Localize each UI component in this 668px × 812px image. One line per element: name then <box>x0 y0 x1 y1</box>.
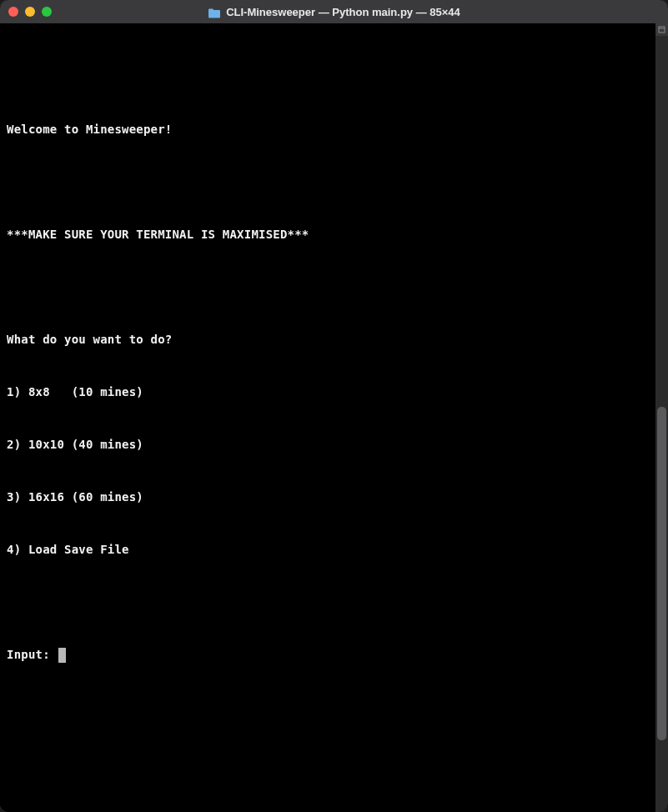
terminal-line: What do you want to do? <box>7 331 649 348</box>
input-prompt-label: Input: <box>7 646 57 664</box>
terminal-line: 2) 10x10 (40 mines) <box>7 436 649 454</box>
terminal-content[interactable]: Welcome to Minesweeper! ***MAKE SURE YOU… <box>0 23 655 812</box>
window-title: CLI-Minesweeper — Python main.py — 85×44 <box>226 6 460 18</box>
terminal-window: CLI-Minesweeper — Python main.py — 85×44… <box>0 0 668 812</box>
close-button[interactable] <box>8 7 18 17</box>
svg-rect-0 <box>659 27 665 33</box>
terminal-line: 1) 8x8 (10 mines) <box>7 383 649 401</box>
terminal-line <box>7 68 649 86</box>
folder-icon <box>208 7 221 17</box>
traffic-lights <box>8 7 52 17</box>
title-wrap: CLI-Minesweeper — Python main.py — 85×44 <box>0 6 668 18</box>
terminal-line: 3) 16x16 (60 mines) <box>7 489 649 506</box>
input-prompt-line[interactable]: Input: <box>7 646 649 664</box>
terminal-line: Welcome to Minesweeper! <box>7 121 649 138</box>
terminal-line: 4) Load Save File <box>7 541 649 559</box>
scrollbar-thumb[interactable] <box>657 407 666 740</box>
terminal-body: Welcome to Minesweeper! ***MAKE SURE YOU… <box>0 23 668 812</box>
scrollbar-top-button[interactable] <box>655 23 668 36</box>
terminal-line <box>7 173 649 191</box>
terminal-line <box>7 594 649 611</box>
cursor <box>58 648 66 663</box>
minimize-button[interactable] <box>25 7 35 17</box>
scrollbar-track[interactable] <box>655 23 668 812</box>
terminal-line: ***MAKE SURE YOUR TERMINAL IS MAXIMISED*… <box>7 226 649 243</box>
maximize-button[interactable] <box>42 7 52 17</box>
terminal-line <box>7 278 649 296</box>
titlebar[interactable]: CLI-Minesweeper — Python main.py — 85×44 <box>0 0 668 23</box>
